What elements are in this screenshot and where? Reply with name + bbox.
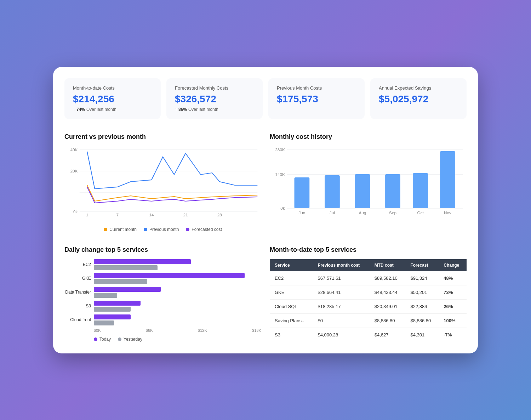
th-change: Change	[439, 259, 467, 271]
cell-change: 100%	[439, 313, 467, 328]
legend-dot-yesterday	[118, 337, 121, 341]
hbar-section: Daily change top 5 services EC2 GKE	[64, 246, 261, 342]
line-chart-container: 40K 20K 0k 1 7 14 21 28	[64, 146, 261, 224]
legend-yesterday: Yesterday	[118, 337, 142, 342]
svg-text:Sep: Sep	[389, 211, 396, 215]
cell-change: 26%	[439, 299, 467, 313]
hbar-group-datatransfer	[94, 287, 261, 298]
line-chart-section: Current vs previous month 40K 20K 0k 1 7…	[64, 130, 261, 235]
hbar-row-s3: S3	[64, 301, 261, 312]
svg-text:1: 1	[86, 213, 88, 217]
svg-text:21: 21	[183, 213, 188, 217]
hbar-label-gke: GKE	[64, 276, 91, 281]
svg-text:280K: 280K	[275, 148, 285, 152]
cell-service: S3	[270, 328, 313, 342]
legend-forecasted-cost: Forecasted cost	[186, 227, 222, 232]
arrow-up-icon-2: ↑	[175, 107, 177, 112]
card-mtd-costs-value: $214,256	[73, 93, 152, 105]
legend-yesterday-label: Yesterday	[124, 337, 142, 342]
cell-service: GKE	[270, 285, 313, 299]
hbar-group-gke	[94, 273, 261, 284]
hbar-chart: EC2 GKE Data Transfer	[64, 259, 261, 342]
table-row: S3 $4,000.28 $4,627 $4,301 -7%	[270, 328, 467, 342]
table-row: GKE $28,664.41 $48,423.44 $50,201 73%	[270, 285, 467, 299]
svg-text:0k: 0k	[73, 210, 78, 214]
bar-chart-title: Monthly cost history	[270, 133, 467, 141]
cell-service: Saving Plans..	[270, 313, 313, 328]
legend-dot-forecasted	[186, 228, 189, 231]
legend-previous-label: Previous month	[149, 227, 179, 232]
dashboard: Month-to-date Costs $214,256 ↑ 74% Over …	[53, 67, 478, 353]
hbar-group-s3	[94, 301, 261, 312]
card-forecasted-pct: 86%	[178, 107, 187, 112]
svg-text:20K: 20K	[70, 169, 78, 173]
svg-text:14: 14	[149, 213, 154, 217]
hbar-label-s3: S3	[64, 303, 91, 308]
hbar-yesterday-gke	[94, 279, 147, 284]
hbar-label-datatransfer: Data Transfer	[64, 290, 91, 295]
cell-service: EC2	[270, 271, 313, 285]
th-service: Service	[270, 259, 313, 271]
card-forecasted-title: Forecasted Monthly Costs	[175, 85, 254, 91]
svg-text:140K: 140K	[275, 172, 285, 177]
hbar-label-cloudfront: Cloud front	[64, 317, 91, 322]
line-chart-legend: Current month Previous month Forecasted …	[64, 227, 261, 232]
legend-previous-month: Previous month	[144, 227, 179, 232]
hbar-axis-0k: $0K	[94, 328, 101, 333]
legend-dot-today	[94, 337, 97, 341]
hbar-today-cloudfront	[94, 314, 131, 319]
cell-service: Cloud SQL	[270, 299, 313, 313]
bottom-row: Daily change top 5 services EC2 GKE	[64, 246, 467, 342]
legend-forecasted-label: Forecasted cost	[192, 227, 222, 232]
hbar-row-datatransfer: Data Transfer	[64, 287, 261, 298]
card-mtd-costs-pct: 74%	[76, 107, 85, 112]
table-title: Month-to-date top 5 services	[270, 246, 467, 254]
line-chart-title: Current vs previous month	[64, 133, 261, 141]
cell-forecast: $22,884	[405, 299, 439, 313]
hbar-yesterday-s3	[94, 307, 131, 312]
svg-text:Oct: Oct	[417, 211, 424, 215]
cell-change: -7%	[439, 328, 467, 342]
cell-mtd: $4,627	[370, 328, 406, 342]
cell-prev: $18,285.17	[313, 299, 369, 313]
arrow-up-icon: ↑	[73, 107, 75, 112]
cell-mtd: $8,886.80	[370, 313, 406, 328]
bar-chart-section: Monthly cost history 280K 140K 0k	[270, 130, 467, 235]
hbar-row-gke: GKE	[64, 273, 261, 284]
hbar-group-ec2	[94, 259, 261, 270]
svg-text:28: 28	[217, 213, 222, 217]
hbar-yesterday-cloudfront	[94, 320, 114, 325]
svg-rect-22	[413, 173, 428, 208]
hbar-today-datatransfer	[94, 287, 161, 292]
hbar-today-s3	[94, 301, 141, 306]
card-annual-savings: Annual Expected Savings $5,025,972	[370, 78, 467, 119]
hbar-label-ec2: EC2	[64, 262, 91, 267]
hbar-axis-8k: $8K	[146, 328, 153, 333]
legend-dot-previous	[144, 228, 147, 231]
card-forecasted-value: $326,572	[175, 93, 254, 105]
card-annual-title: Annual Expected Savings	[379, 85, 458, 91]
hbar-yesterday-ec2	[94, 265, 158, 270]
legend-current-label: Current month	[109, 227, 137, 232]
svg-rect-19	[325, 175, 340, 208]
card-forecasted-sub-text: Over last month	[188, 107, 218, 112]
table-body: EC2 $67,571.61 $89,582.10 $91,324 48% GK…	[270, 271, 467, 342]
hbar-today-gke	[94, 273, 245, 278]
card-previous-month: Previous Month Costs $175,573	[268, 78, 365, 119]
hbar-row-cloudfront: Cloud front	[64, 314, 261, 325]
cell-forecast: $4,301	[405, 328, 439, 342]
cell-forecast: $91,324	[405, 271, 439, 285]
hbar-row-ec2: EC2	[64, 259, 261, 270]
legend-dot-current	[104, 228, 107, 231]
hbar-axis: $0K $8K $12K $16K	[64, 328, 261, 333]
legend-current-month: Current month	[104, 227, 137, 232]
table-row: EC2 $67,571.61 $89,582.10 $91,324 48%	[270, 271, 467, 285]
svg-text:Jun: Jun	[298, 211, 305, 215]
hbar-yesterday-datatransfer	[94, 293, 117, 298]
svg-text:40K: 40K	[70, 148, 78, 152]
cell-mtd: $20,349.01	[370, 299, 406, 313]
card-forecasted-monthly: Forecasted Monthly Costs $326,572 ↑ 86% …	[166, 78, 263, 119]
svg-text:0k: 0k	[280, 206, 285, 210]
cell-forecast: $50,201	[405, 285, 439, 299]
svg-rect-18	[295, 177, 310, 208]
